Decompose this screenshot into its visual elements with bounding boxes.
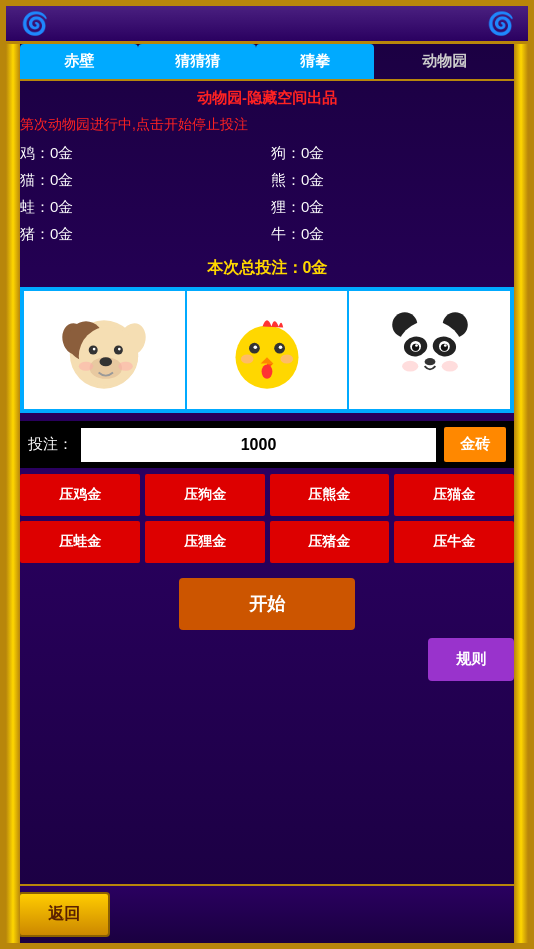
bet-row: 投注： 金砖 [20,421,514,468]
rules-button[interactable]: 规则 [428,638,514,681]
stat-frog: 蛙：0金 [20,196,263,219]
bet-chicken-button[interactable]: 压鸡金 [20,474,140,516]
svg-point-15 [254,346,258,350]
svg-point-34 [424,358,435,365]
bet-bear-button[interactable]: 压熊金 [270,474,390,516]
bet-frog-button[interactable]: 压蛙金 [20,521,140,563]
stat-cow: 牛：0金 [271,223,514,246]
bet-pig-button[interactable]: 压猪金 [270,521,390,563]
svg-point-10 [118,348,121,351]
svg-point-35 [402,361,418,372]
rules-button-row: 规则 [20,638,514,681]
back-button[interactable]: 返回 [18,892,110,937]
bottom-bar: 返回 [6,884,528,943]
action-buttons-grid: 压鸡金 压狗金 压熊金 压猫金 压蛙金 压狸金 压猪金 压牛金 [20,474,514,563]
svg-point-33 [444,344,447,347]
tab-zoo[interactable]: 动物园 [374,44,514,79]
tab-chbi[interactable]: 赤壁 [20,44,138,79]
subtitle: 动物园-隐藏空间出品 [20,89,514,108]
corner-left-ornament: 🌀 [16,10,52,38]
stats-grid: 鸡：0金 狗：0金 猫：0金 熊：0金 蛙：0金 狸：0金 猪：0金 牛：0金 [20,142,514,246]
bet-dog-button[interactable]: 压狗金 [145,474,265,516]
left-border [6,44,20,943]
start-button[interactable]: 开始 [179,578,355,630]
svg-point-8 [93,348,96,351]
svg-point-17 [279,346,283,350]
svg-point-25 [395,320,463,388]
stat-cat: 猫：0金 [20,169,263,192]
stat-chicken: 鸡：0金 [20,142,263,165]
right-border [514,44,528,943]
svg-point-36 [441,361,457,372]
svg-point-21 [241,355,254,364]
svg-point-22 [281,355,294,364]
info-text: 第次动物园进行中,点击开始停止投注 [20,116,514,134]
bet-label: 投注： [28,435,73,454]
svg-point-6 [100,357,113,366]
svg-point-12 [119,362,133,371]
top-bar: 🌀 🌀 [6,6,528,44]
svg-point-20 [262,364,273,378]
gold-brick-button[interactable]: 金砖 [444,427,506,462]
total-bet: 本次总投注：0金 [20,258,514,279]
svg-point-32 [415,344,418,347]
svg-point-11 [79,362,93,371]
stat-raccoon: 狸：0金 [271,196,514,219]
bet-input[interactable] [81,428,436,462]
stat-bear: 熊：0金 [271,169,514,192]
corner-right-ornament: 🌀 [482,10,518,38]
stat-pig: 猪：0金 [20,223,263,246]
animals-row [20,287,514,413]
animal-dog [23,290,186,410]
bet-cat-button[interactable]: 压猫金 [394,474,514,516]
tabs-row: 赤壁 猜猜猜 猜拳 动物园 [20,44,514,81]
bet-cow-button[interactable]: 压牛金 [394,521,514,563]
stat-dog: 狗：0金 [271,142,514,165]
tab-guess[interactable]: 猜猜猜 [138,44,256,79]
start-button-row: 开始 [20,578,514,630]
animal-panda [348,290,511,410]
bet-raccoon-button[interactable]: 压狸金 [145,521,265,563]
animal-chicken [186,290,349,410]
tab-fist[interactable]: 猜拳 [256,44,374,79]
